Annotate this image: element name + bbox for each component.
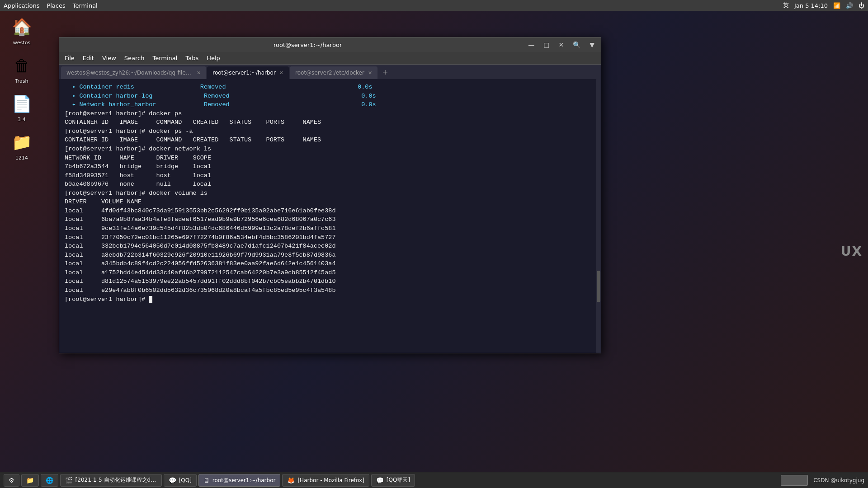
minimize-button[interactable]: —	[525, 40, 537, 49]
term-line-4: [root@server1 harbor]# docker ps	[65, 109, 595, 118]
tab-3-label: root@server2:/etc/docker	[295, 70, 364, 76]
folder-1214-icon: 📁	[11, 131, 33, 153]
term-line-5: CONTAINER ID IMAGE COMMAND CREATED STATU…	[65, 118, 595, 127]
term-line-9: NETWORK ID NAME DRIVER SCOPE	[65, 154, 595, 163]
term-line-14: DRIVER VOLUME NAME	[65, 197, 595, 206]
qq-icon: 💬	[169, 477, 176, 484]
terminal-label: root@server1:~/harbor	[212, 477, 276, 483]
tab-1-close[interactable]: ✕	[197, 70, 201, 76]
datetime: Jan 5 14:10	[794, 2, 828, 9]
dropdown-icon[interactable]: ▼	[587, 40, 597, 49]
files-icon: 📁	[26, 477, 34, 484]
keyboard-layout-indicator[interactable]	[781, 475, 808, 486]
term-line-24: local e29e47ab8f0b6502dd5632d36c735068d2…	[65, 286, 595, 295]
menu-search[interactable]: Search	[121, 54, 148, 62]
close-button[interactable]: ✕	[556, 40, 566, 49]
tab-3-close[interactable]: ✕	[368, 70, 372, 76]
term-line-13: [root@server1 harbor]# docker volume ls	[65, 189, 595, 198]
term-line-22: local a1752bdd4e454dd33c40afd6b279972112…	[65, 268, 595, 277]
ux-label: UX	[841, 244, 863, 259]
video-icon: 🎬	[65, 477, 73, 484]
term-line-3: ✦ Network harbor_harbor Removed 0.0s	[65, 100, 595, 109]
term-line-18: local 23f7050c72ec01bc11265e697f72274b0f…	[65, 233, 595, 242]
terminal-tabbar: westos@westos_zyh26:~/Downloads/qq-files…	[59, 65, 601, 79]
firefox-icon: 🦊	[287, 477, 295, 484]
taskbar-browser-chromium[interactable]: 🌐	[41, 474, 58, 487]
term-line-12: b0ae408b9676 none null local	[65, 180, 595, 189]
desktop: Applications Places Terminal 英 Jan 5 14:…	[0, 0, 868, 488]
add-tab-button[interactable]: +	[378, 66, 392, 78]
term-line-20: local a8ebdb722b314f60329e926f20910e1192…	[65, 251, 595, 260]
term-line-17: local 9ce31fe14a6e739c545d4f82b3db04dc68…	[65, 224, 595, 233]
file-label: 3-4	[18, 117, 26, 122]
trash-icon: 🗑	[11, 55, 33, 76]
menu-help[interactable]: Help	[203, 54, 224, 62]
keyboard-indicator: 英	[783, 1, 789, 9]
term-line-7: CONTAINER ID IMAGE COMMAND CREATED STATU…	[65, 136, 595, 145]
terminal-menubar: File Edit View Search Terminal Tabs Help	[59, 52, 601, 65]
terminal-icon: 🖥	[203, 477, 210, 484]
taskbar-terminal[interactable]: 🖥 root@server1:~/harbor	[198, 474, 281, 487]
top-bar: Applications Places Terminal 英 Jan 5 14:…	[0, 0, 868, 11]
search-titlebar-icon[interactable]: 🔍	[570, 40, 583, 49]
desktop-icon-3-4[interactable]: 📄 3-4	[5, 93, 38, 122]
power-icon: ⏻	[859, 2, 864, 9]
taskbar-qq[interactable]: 💬 [QQ]	[164, 474, 197, 487]
tab-2-close[interactable]: ✕	[279, 70, 283, 76]
file-icon: 📄	[11, 93, 33, 115]
desktop-icons: 🏠 westos 🗑 Trash 📄 3-4 📁 1214	[5, 16, 38, 161]
westos-label: westos	[13, 40, 30, 46]
desktop-icon-westos[interactable]: 🏠 westos	[5, 16, 38, 46]
term-line-15: local 4fd0df43bc840c73da915913553bb2c562…	[65, 206, 595, 216]
term-line-2: ✦ Container harbor-log Removed 0.0s	[65, 92, 595, 101]
term-line-10: 7b4b672a3544 bridge bridge local	[65, 162, 595, 171]
automake-label: [2021-1-5 自动化运维课程之docker...	[75, 476, 157, 484]
term-line-21: local a345bdb4c89f4cd2c224056ffd52636381…	[65, 259, 595, 268]
desktop-icon-trash[interactable]: 🗑 Trash	[5, 55, 38, 84]
tab-2[interactable]: root@server1:~/harbor ✕	[207, 66, 289, 79]
term-line-1: ✦ Container redis Removed 0.0s	[65, 83, 595, 92]
taskbar-filemgr[interactable]: 📁	[21, 474, 39, 487]
menu-file[interactable]: File	[61, 54, 78, 62]
terminal-titlebar: root@server1:~/harbor — □ ✕ 🔍 ▼	[59, 38, 601, 52]
term-line-19: local 332bcb1794e564050d7e014d08875fb848…	[65, 242, 595, 251]
qq2-icon: 💬	[376, 477, 384, 484]
chromium-icon: 🌐	[46, 477, 53, 484]
term-line-cursor: [root@server1 harbor]#	[65, 295, 595, 304]
firefox-label: [Harbor - Mozilla Firefox]	[297, 477, 364, 483]
terminal-content[interactable]: ✦ Container redis Removed 0.0s ✦ Contain…	[59, 79, 601, 353]
desktop-icon-1214[interactable]: 📁 1214	[5, 131, 38, 161]
maximize-button[interactable]: □	[541, 40, 552, 49]
menu-terminal[interactable]: Terminal	[149, 54, 181, 62]
terminal-window: root@server1:~/harbor — □ ✕ 🔍 ▼ File Edi…	[59, 37, 601, 353]
volume-icon: 🔊	[846, 2, 853, 9]
menu-view[interactable]: View	[99, 54, 120, 62]
term-line-23: local d81d12574a5153979ee22ab5457dd91ff0…	[65, 277, 595, 286]
tab-1-label: westos@westos_zyh26:~/Downloads/qq-files…	[66, 70, 193, 76]
term-line-6: [root@server1 harbor]# docker ps -a	[65, 127, 595, 136]
settings-icon: ⚙	[9, 477, 14, 484]
term-line-8: [root@server1 harbor]# docker network ls	[65, 145, 595, 154]
taskbar-firefox[interactable]: 🦊 [Harbor - Mozilla Firefox]	[282, 474, 369, 487]
wifi-icon: 📶	[833, 2, 840, 9]
csdn-label: CSDN @uikotygjug	[813, 477, 864, 483]
tab-2-label: root@server1:~/harbor	[212, 70, 276, 76]
tab-1[interactable]: westos@westos_zyh26:~/Downloads/qq-files…	[61, 66, 206, 79]
folder-icon: 🏠	[11, 16, 33, 38]
trash-label: Trash	[15, 78, 28, 84]
taskbar-settings[interactable]: ⚙	[4, 474, 19, 487]
term-line-11: f58d34093571 host host local	[65, 171, 595, 180]
taskbar: ⚙ 📁 🌐 🎬 [2021-1-5 自动化运维课程之docker... 💬 [Q…	[0, 472, 868, 488]
menu-places[interactable]: Places	[47, 2, 65, 9]
qq2-label: [QQ群天]	[387, 476, 410, 484]
menu-tabs[interactable]: Tabs	[182, 54, 202, 62]
folder-1214-label: 1214	[15, 155, 28, 161]
menu-terminal[interactable]: Terminal	[73, 2, 98, 9]
taskbar-qq2[interactable]: 💬 [QQ群天]	[371, 474, 415, 487]
menu-edit[interactable]: Edit	[79, 54, 98, 62]
menu-applications[interactable]: Applications	[4, 2, 39, 9]
tab-3[interactable]: root@server2:/etc/docker ✕	[290, 66, 377, 79]
qq-label: [QQ]	[179, 477, 192, 483]
window-title: root@server1:~/harbor	[90, 42, 525, 48]
taskbar-automake[interactable]: 🎬 [2021-1-5 自动化运维课程之docker...	[60, 474, 162, 487]
